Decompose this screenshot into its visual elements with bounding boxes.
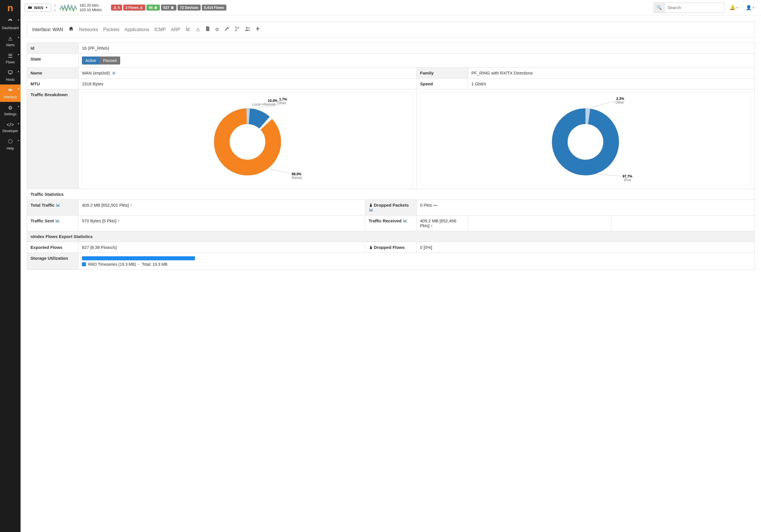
row-total-traffic-label: Total Traffic: [30, 203, 54, 207]
badge-alerts[interactable]: ⚠5: [111, 5, 122, 11]
state-paused-button[interactable]: Paused: [100, 56, 120, 65]
chart-link-icon[interactable]: [369, 208, 373, 212]
storage-bar: [82, 256, 195, 260]
svg-text:97.7%: 97.7%: [622, 174, 632, 178]
svg-text:2.3%: 2.3%: [616, 97, 624, 101]
search-button[interactable]: 🔍: [654, 3, 665, 13]
row-name-value: WAN (enp0s9): [82, 71, 110, 75]
sidebar-item-interface[interactable]: Interface ▶: [0, 85, 21, 102]
interface-select-label: WAN: [34, 5, 43, 10]
code-icon: </>: [7, 122, 14, 128]
chevron-right-icon: ▶: [18, 71, 20, 73]
sidebar-item-hosts[interactable]: Hosts ▶: [0, 67, 21, 85]
alert-icon: ⚠: [8, 36, 13, 42]
sidebar-label: Dashboard: [2, 26, 19, 30]
arrow-up-icon: ↑: [431, 223, 433, 228]
ethernet-icon: [28, 5, 32, 10]
svg-text:1.7%: 1.7%: [279, 97, 287, 101]
sidebar-item-developer[interactable]: </> Developer ▶: [0, 119, 21, 136]
notifications-button[interactable]: 🔔▼: [727, 5, 741, 10]
row-mtu-value: 1518 Bytes: [79, 79, 417, 89]
alert-icon: ⚠: [140, 5, 143, 10]
minus-icon: —: [433, 203, 437, 207]
arrow-up-icon: ↑: [130, 203, 132, 207]
flows-icon: ☰: [8, 53, 13, 59]
svg-line-19: [269, 169, 291, 173]
gear-icon[interactable]: ⚙: [215, 27, 219, 32]
donut-chart-family: 2.3% Other 97.7% IPv4: [420, 92, 751, 186]
storage-legend-sep: -: [138, 262, 140, 266]
svg-rect-0: [8, 71, 12, 73]
home-icon[interactable]: [68, 26, 74, 33]
svg-text:IPv4: IPv4: [624, 178, 631, 182]
svg-point-6: [246, 27, 248, 29]
arrow-up-icon: ↑: [118, 218, 120, 223]
logo[interactable]: n: [0, 0, 21, 15]
chevron-right-icon: ▶: [18, 53, 20, 56]
svg-point-7: [248, 28, 250, 29]
row-total-traffic-value: 409.2 MB [652,501 Pkts]: [82, 203, 129, 207]
sparkline-chart: [60, 3, 77, 12]
row-dropped-pkts-value: 0 Pkts: [420, 203, 432, 207]
alert-icon[interactable]: ⚠: [196, 27, 200, 32]
badge-flows[interactable]: 5,414 Flows: [202, 5, 226, 11]
sidebar-item-settings[interactable]: ⚙ Settings ▶: [0, 102, 21, 119]
users-icon[interactable]: [245, 26, 251, 33]
chart-icon[interactable]: [186, 26, 191, 33]
tab-arp[interactable]: ARP: [171, 27, 180, 32]
tab-applications[interactable]: Applications: [125, 27, 149, 32]
user-menu-button[interactable]: 👤▼: [743, 5, 757, 10]
row-id-value: 16 (PF_RING): [79, 43, 755, 54]
row-id-label: Id: [27, 43, 79, 54]
edit-name-gear-icon[interactable]: ⚙: [112, 71, 116, 75]
interface-select[interactable]: WAN ▼: [25, 4, 51, 12]
row-dropped-flows-label: Dropped Flows: [374, 245, 405, 250]
page-nav: Interface: WAN Networks Packets Applicat…: [27, 22, 755, 37]
dashboard-icon: [8, 18, 13, 25]
badge-flow-alerts[interactable]: 2 Flows ⚠: [123, 5, 146, 11]
branch-icon[interactable]: [235, 26, 240, 33]
interface-icon: [8, 87, 13, 94]
row-traffic-breakdown-label: Traffic Breakdown: [27, 89, 79, 189]
tab-packets[interactable]: Packets: [103, 27, 120, 32]
search-icon: 🔍: [657, 5, 662, 10]
chevron-right-icon: ▶: [18, 139, 20, 142]
tab-icmp[interactable]: ICMP: [154, 27, 166, 32]
rate-down: 103.10 Mbit/s: [80, 8, 102, 12]
row-traffic-rcvd-value: 409.2 MB [652,496 Pkts]: [420, 218, 456, 228]
chart-link-icon[interactable]: [56, 203, 60, 207]
caret-down-icon: ▼: [45, 6, 48, 9]
svg-text:10.4%: 10.4%: [268, 99, 277, 103]
sidebar-item-flows[interactable]: ☰ Flows ▶: [0, 50, 21, 67]
donut-chart-direction: 10.4% Local->Remote 1.7% Other 88.0% Rem…: [82, 92, 413, 186]
svg-point-4: [236, 30, 236, 31]
row-speed-label: Speed: [417, 79, 468, 89]
storage-legend-ts: RRD Timeseries (19.3 MB): [88, 262, 136, 266]
display-icon: 🖥: [170, 6, 174, 10]
legend-swatch: [82, 262, 86, 266]
chevron-right-icon: ▶: [18, 88, 20, 90]
sidebar-item-help[interactable]: Help ▶: [0, 136, 21, 153]
wrench-icon[interactable]: [224, 26, 229, 33]
svg-text:Other: Other: [615, 100, 624, 104]
file-icon[interactable]: [205, 26, 210, 33]
row-exp-flows-value: 627 [8.38 Flows/s]: [79, 242, 365, 253]
sidebar-item-dashboard[interactable]: Dashboard ▶: [0, 15, 21, 33]
chart-link-icon[interactable]: [403, 219, 407, 223]
chart-link-icon[interactable]: [56, 219, 60, 223]
badge-devices[interactable]: 72 Devices: [178, 5, 201, 11]
page-title: Interface: WAN: [32, 27, 63, 32]
badge-hosts-active[interactable]: 86 🖥: [146, 5, 160, 11]
bolt-icon[interactable]: [256, 26, 260, 33]
row-name-label: Name: [27, 68, 79, 79]
sidebar-label: Flows: [6, 60, 15, 64]
search-input[interactable]: [665, 3, 725, 13]
state-active-button[interactable]: Active: [82, 56, 100, 65]
svg-text:Other: Other: [277, 101, 286, 105]
row-traffic-sent-label: Traffic Sent: [30, 218, 54, 223]
storage-legend-total: Total: 19.3 MB: [142, 262, 168, 266]
tab-networks[interactable]: Networks: [79, 27, 98, 32]
gear-icon: ⚙: [8, 105, 13, 111]
badge-hosts-total[interactable]: 527 🖥: [161, 5, 176, 11]
sidebar-item-alerts[interactable]: ⚠ Alerts ▶: [0, 33, 21, 50]
